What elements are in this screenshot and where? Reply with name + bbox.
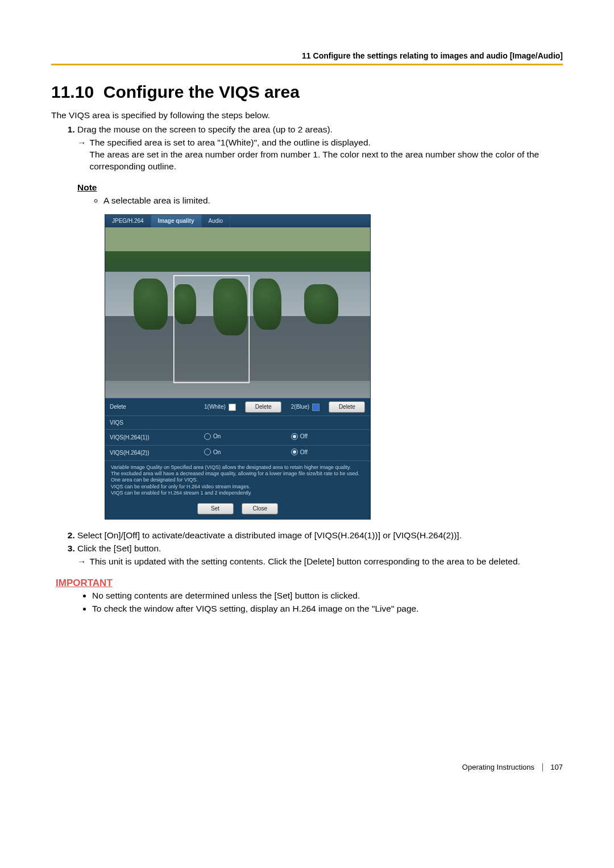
blue-swatch-icon bbox=[312, 404, 320, 411]
help-line-3: One area can be designated for VIQS. bbox=[111, 477, 198, 483]
note-item: A selectable area is limited. bbox=[103, 195, 563, 207]
controls-table: Delete 1(White) Delete 2(Blue) bbox=[105, 398, 370, 460]
section-title-text: Configure the VIQS area bbox=[103, 82, 300, 101]
step-3: Click the [Set] button. → This unit is u… bbox=[77, 543, 563, 568]
viqs-h264-1-row: VIQS(H.264(1)) On Off bbox=[105, 430, 370, 445]
note-list: A selectable area is limited. bbox=[77, 195, 563, 207]
area-2-delete-cell: Delete bbox=[324, 398, 370, 416]
area-1-delete-cell: Delete bbox=[240, 398, 287, 416]
radio-off-label: Off bbox=[300, 448, 308, 456]
note-heading: Note bbox=[77, 182, 563, 194]
step-list: Drag the mouse on the screen to specify … bbox=[51, 124, 563, 568]
intro-text: The VIQS area is specified by following … bbox=[51, 110, 563, 122]
step-3-text: Click the [Set] button. bbox=[77, 543, 161, 553]
arrow-icon: → bbox=[77, 556, 86, 568]
tab-jpeg[interactable]: JPEG/H.264 bbox=[105, 215, 151, 227]
tab-filler bbox=[230, 215, 370, 227]
area-2-cell: 2(Blue) bbox=[287, 398, 325, 416]
viqs-1-off-radio[interactable]: Off bbox=[291, 433, 308, 441]
viqs-1-on-radio[interactable]: On bbox=[204, 433, 221, 441]
help-line-1: Variable Image Quality on Specified area… bbox=[111, 464, 351, 470]
step-1-text: Drag the mouse on the screen to specify … bbox=[77, 124, 333, 134]
step-1-result-a: The specified area is set to area "1(Whi… bbox=[90, 138, 371, 147]
radio-dot-icon bbox=[291, 433, 298, 440]
section-number: 11.10 bbox=[51, 82, 94, 101]
help-text: Variable Image Quality on Specified area… bbox=[105, 460, 370, 500]
viqs-2-on-radio[interactable]: On bbox=[204, 448, 221, 456]
radio-on-label: On bbox=[213, 448, 221, 456]
radio-dot-icon bbox=[204, 433, 211, 440]
preview-shrub bbox=[304, 284, 338, 324]
step-2-text: Select [On]/[Off] to activate/deactivate… bbox=[77, 530, 462, 540]
viqs-2-off-cell: Off bbox=[287, 445, 370, 460]
delete-row-label: Delete bbox=[105, 398, 200, 416]
step-1: Drag the mouse on the screen to specify … bbox=[77, 124, 563, 520]
step-1-result-b: The areas are set in the area number ord… bbox=[90, 149, 540, 171]
viqs-settings-panel: JPEG/H.264 Image quality Audio Delete bbox=[105, 214, 371, 519]
delete-area-1-button[interactable]: Delete bbox=[245, 401, 281, 413]
delete-row: Delete 1(White) Delete 2(Blue) bbox=[105, 398, 370, 416]
area-1-label: 1(White) bbox=[204, 404, 226, 410]
area-1-cell: 1(White) bbox=[200, 398, 240, 416]
tab-image-quality[interactable]: Image quality bbox=[151, 215, 202, 227]
document-page: 11 Configure the settings relating to im… bbox=[0, 0, 614, 794]
preview-shrub bbox=[134, 279, 168, 330]
delete-area-2-button[interactable]: Delete bbox=[329, 401, 365, 413]
step-2: Select [On]/[Off] to activate/deactivate… bbox=[77, 530, 563, 542]
viqs-2-off-radio[interactable]: Off bbox=[291, 448, 308, 456]
viqs-h264-2-row: VIQS(H.264(2)) On Off bbox=[105, 445, 370, 460]
help-line-5: VIQS can be enabled for H.264 stream 1 a… bbox=[111, 490, 252, 496]
section-heading: 11.10 Configure the VIQS area bbox=[51, 82, 563, 102]
area-2-label: 2(Blue) bbox=[291, 404, 309, 410]
radio-dot-icon bbox=[291, 448, 298, 455]
important-heading: IMPORTANT bbox=[56, 578, 563, 589]
help-line-2: The excluded area will have a decreased … bbox=[111, 471, 359, 476]
footer-button-row: Set Close bbox=[105, 500, 370, 519]
viqs-header-row: VIQS bbox=[105, 416, 370, 430]
viqs-header-label: VIQS bbox=[105, 416, 370, 430]
video-preview[interactable] bbox=[105, 227, 370, 398]
close-button[interactable]: Close bbox=[242, 503, 278, 514]
viqs-h264-2-label: VIQS(H.264(2)) bbox=[105, 445, 200, 460]
footer-separator bbox=[542, 763, 543, 771]
radio-on-label: On bbox=[213, 433, 221, 441]
step-3-result: This unit is updated with the setting co… bbox=[90, 556, 520, 568]
footer-doc-title: Operating Instructions bbox=[462, 763, 534, 771]
tab-strip: JPEG/H.264 Image quality Audio bbox=[105, 215, 370, 227]
radio-dot-icon bbox=[204, 448, 211, 455]
viqs-1-off-cell: Off bbox=[287, 430, 370, 445]
viqs-area-1-outline[interactable] bbox=[173, 275, 250, 383]
help-line-4: VIQS can be enabled for only for H.264 v… bbox=[111, 484, 250, 489]
tab-audio[interactable]: Audio bbox=[202, 215, 231, 227]
page-footer: Operating Instructions 107 bbox=[462, 763, 563, 771]
viqs-2-on-cell: On bbox=[200, 445, 287, 460]
important-item-2: To check the window after VIQS setting, … bbox=[92, 603, 563, 615]
viqs-h264-1-label: VIQS(H.264(1)) bbox=[105, 430, 200, 445]
footer-page-number: 107 bbox=[550, 763, 563, 771]
radio-off-label: Off bbox=[300, 433, 308, 441]
white-swatch-icon bbox=[229, 404, 236, 411]
important-list: No setting contents are determined unles… bbox=[51, 590, 563, 615]
chapter-header: 11 Configure the settings relating to im… bbox=[51, 51, 563, 65]
set-button[interactable]: Set bbox=[197, 503, 234, 514]
arrow-icon: → bbox=[77, 137, 86, 173]
preview-shrub bbox=[253, 279, 281, 330]
important-item-1: No setting contents are determined unles… bbox=[92, 590, 563, 602]
viqs-1-on-cell: On bbox=[200, 430, 287, 445]
